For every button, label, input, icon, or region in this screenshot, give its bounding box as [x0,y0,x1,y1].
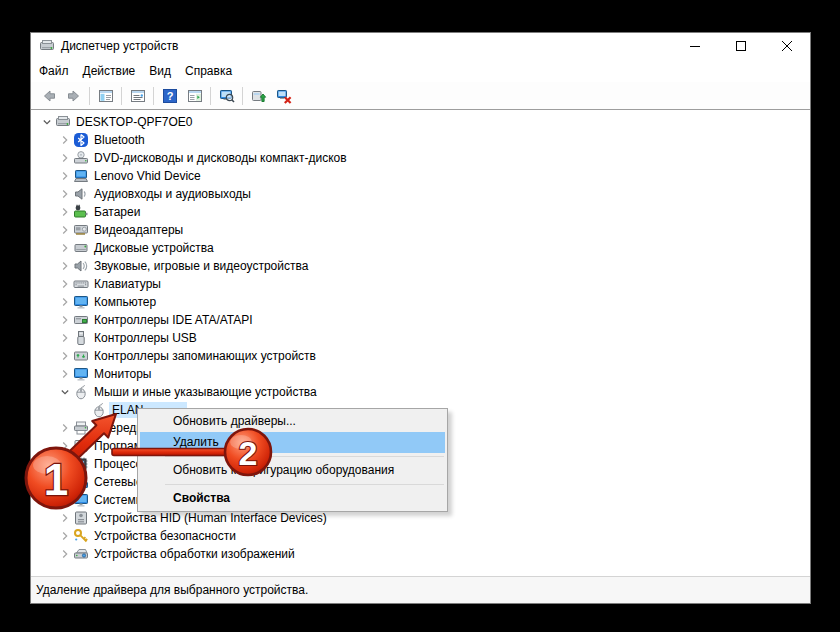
tree-item[interactable]: DVD-дисководы и дисководы компакт-дисков [31,149,810,167]
context-menu-item-properties[interactable]: Свойства [140,488,445,509]
tree-item[interactable]: Видеоадаптеры [31,221,810,239]
expand-chevron-icon[interactable] [57,150,73,166]
expand-chevron-icon[interactable] [57,492,73,508]
menu-file[interactable]: Файл [32,61,76,81]
tree-item[interactable]: Контроллеры USB [31,329,810,347]
help-button[interactable]: ? [157,84,182,107]
tree-item[interactable]: Контроллеры запоминающих устройств [31,347,810,365]
expand-chevron-icon[interactable] [57,312,73,328]
tree-item[interactable]: Батареи [31,203,810,221]
keyboard-icon [73,276,91,292]
tree-item-label[interactable]: Компьютер [91,294,159,310]
maximize-icon [736,41,746,51]
menu-help[interactable]: Справка [178,61,239,81]
expand-chevron-icon[interactable] [57,294,73,310]
tree-item-label[interactable]: Клавиатуры [91,276,164,292]
tree-item[interactable]: Устройства обработки изображений [31,545,810,563]
properties-button[interactable] [125,84,150,107]
expand-chevron-icon[interactable] [57,420,73,436]
menu-view[interactable]: Вид [142,61,178,81]
monitor-icon [73,294,91,310]
close-icon [782,41,792,51]
menu-bar: Файл Действие Вид Справка [31,59,810,82]
usb-icon [73,330,91,346]
context-menu-item-update-drivers[interactable]: Обновить драйверы... [140,411,445,432]
tree-item[interactable]: Дисковые устройства [31,239,810,257]
expand-chevron-icon[interactable] [57,474,73,490]
expand-chevron-icon[interactable] [57,330,73,346]
expand-chevron-icon[interactable] [57,168,73,184]
printer-icon [73,420,91,436]
expand-chevron-icon[interactable] [57,348,73,364]
expand-chevron-icon[interactable] [57,222,73,238]
svg-text:?: ? [166,90,173,102]
scan-hardware-button[interactable] [214,84,239,107]
properties-icon [130,88,146,104]
toolbar-separator [89,87,90,105]
tree-item-label[interactable]: Контроллеры USB [91,330,200,346]
tree-item-label[interactable]: Звуковые, игровые и видеоустройства [91,258,311,274]
menu-action[interactable]: Действие [76,61,143,81]
context-menu-item-scan-hardware-changes[interactable]: Обновить конфигурацию оборудования [140,460,445,481]
status-text: Удаление драйвера для выбранного устройс… [36,583,308,597]
tree-item-label[interactable]: Устройства обработки изображений [91,546,298,562]
tree-item[interactable]: Устройства безопасности [31,527,810,545]
action-pane-button[interactable] [182,84,207,107]
update-driver-icon [251,88,267,104]
tree-item-label[interactable]: Батареи [91,204,143,220]
tree-item-label[interactable]: Контроллеры IDE ATA/ATAPI [91,312,256,328]
expand-chevron-icon[interactable] [57,366,73,382]
tree-item-label[interactable]: DVD-дисководы и дисководы компакт-дисков [91,150,350,166]
tree-item-label[interactable]: Дисковые устройства [91,240,217,256]
expand-chevron-icon[interactable] [57,204,73,220]
tree-item-label[interactable]: Аудиовходы и аудиовыходы [91,186,254,202]
tree-item[interactable]: Аудиовходы и аудиовыходы [31,185,810,203]
tree-item-label[interactable]: Видеоадаптеры [91,222,186,238]
tree-item-label[interactable]: Мыши и иные указывающие устройства [91,384,320,400]
expand-chevron-icon[interactable] [57,510,73,526]
tree-item-label[interactable]: Устройства HID (Human Interface Devices) [91,510,330,526]
back-button[interactable] [36,84,61,107]
expand-chevron-icon[interactable] [57,438,73,454]
tree-item-label[interactable]: Lenovo Vhid Device [91,168,204,184]
tree-item[interactable]: Контроллеры IDE ATA/ATAPI [31,311,810,329]
tree-item-label[interactable]: DESKTOP-QPF7OE0 [73,114,195,130]
tree-item-label[interactable]: Контроллеры запоминающих устройств [91,348,319,364]
expand-chevron-icon[interactable] [57,456,73,472]
screenshot-background: Диспетчер устройств Файл Действие Вид Сп… [0,0,840,632]
collapse-chevron-icon[interactable] [57,384,73,400]
tree-item-label[interactable]: Bluetooth [91,132,148,148]
tree-item[interactable]: Клавиатуры [31,275,810,293]
mouse-icon [91,402,109,418]
speaker-icon [73,186,91,202]
sound-icon [73,258,91,274]
tree-item[interactable]: Компьютер [31,293,810,311]
tree-item-label[interactable]: Устройства безопасности [91,528,239,544]
computer-icon [55,114,73,130]
console-tree-button[interactable] [93,84,118,107]
context-menu-item-uninstall[interactable]: Удалить [140,432,445,453]
maximize-button[interactable] [718,33,764,59]
expand-chevron-icon[interactable] [57,546,73,562]
forward-button[interactable] [61,84,86,107]
expand-chevron-icon[interactable] [57,528,73,544]
tree-item[interactable]: Мыши и иные указывающие устройства [31,383,810,401]
title-bar: Диспетчер устройств [31,33,810,59]
tree-item[interactable]: DESKTOP-QPF7OE0 [31,113,810,131]
expand-chevron-icon[interactable] [57,132,73,148]
expand-chevron-icon[interactable] [57,258,73,274]
update-driver-button[interactable] [246,84,271,107]
expand-chevron-icon[interactable] [57,240,73,256]
expand-chevron-icon[interactable] [57,276,73,292]
status-bar: Удаление драйвера для выбранного устройс… [31,576,810,603]
tree-item[interactable]: Мониторы [31,365,810,383]
close-button[interactable] [764,33,810,59]
tree-item-label[interactable]: Мониторы [91,366,154,382]
tree-item[interactable]: Звуковые, игровые и видеоустройства [31,257,810,275]
collapse-chevron-icon[interactable] [39,114,55,130]
expand-chevron-icon[interactable] [57,186,73,202]
uninstall-button[interactable] [271,84,296,107]
minimize-button[interactable] [672,33,718,59]
tree-item[interactable]: Bluetooth [31,131,810,149]
tree-item[interactable]: Lenovo Vhid Device [31,167,810,185]
